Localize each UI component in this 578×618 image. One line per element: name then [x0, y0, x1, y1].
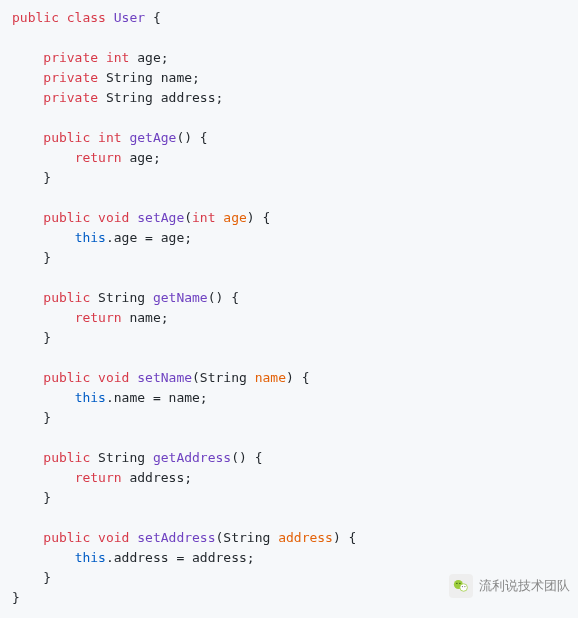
token-type: int	[98, 130, 121, 145]
token-cls: User	[114, 10, 145, 25]
token-plain: ) {	[333, 530, 356, 545]
token-plain: String address;	[98, 90, 223, 105]
token-plain	[12, 450, 43, 465]
token-plain: }	[12, 170, 51, 185]
token-plain: .age = age;	[106, 230, 192, 245]
token-plain: }	[12, 590, 20, 605]
token-plain: }	[12, 250, 51, 265]
token-param: name	[255, 370, 286, 385]
token-plain	[12, 390, 75, 405]
svg-point-5	[464, 586, 465, 587]
token-plain: }	[12, 490, 51, 505]
token-type: int	[192, 210, 215, 225]
token-plain	[12, 290, 43, 305]
token-param: age	[223, 210, 246, 225]
token-kw: public	[43, 130, 90, 145]
token-kw: return	[75, 150, 122, 165]
token-plain: age;	[122, 150, 161, 165]
token-plain: age;	[129, 50, 168, 65]
token-kw: public	[43, 290, 90, 305]
token-plain	[12, 370, 43, 385]
token-plain: () {	[231, 450, 262, 465]
token-plain	[59, 10, 67, 25]
watermark-label: 流利说技术团队	[479, 576, 570, 596]
token-plain	[12, 150, 75, 165]
token-plain: }	[12, 330, 51, 345]
watermark: 流利说技术团队	[449, 574, 570, 598]
token-kw: private	[43, 50, 98, 65]
token-type: void	[98, 530, 129, 545]
token-plain	[98, 50, 106, 65]
token-plain	[90, 370, 98, 385]
token-type: void	[98, 210, 129, 225]
token-plain: String	[90, 450, 153, 465]
token-fn: setAddress	[137, 530, 215, 545]
token-plain	[12, 70, 43, 85]
token-plain	[12, 470, 75, 485]
token-plain: .address = address;	[106, 550, 255, 565]
token-kw: private	[43, 70, 98, 85]
token-fn: getAge	[129, 130, 176, 145]
token-plain	[12, 550, 75, 565]
token-plain	[106, 10, 114, 25]
token-kw: public	[43, 210, 90, 225]
token-plain: (	[184, 210, 192, 225]
token-this: this	[75, 230, 106, 245]
token-kw: public	[43, 370, 90, 385]
token-plain: (String	[216, 530, 279, 545]
token-param: address	[278, 530, 333, 545]
token-kw: public	[12, 10, 59, 25]
token-plain	[12, 230, 75, 245]
token-plain: () {	[208, 290, 239, 305]
token-plain	[90, 530, 98, 545]
token-plain	[12, 530, 43, 545]
token-plain	[12, 90, 43, 105]
token-fn: setAge	[137, 210, 184, 225]
token-plain: ) {	[286, 370, 309, 385]
token-type: int	[106, 50, 129, 65]
token-plain: }	[12, 570, 51, 585]
token-type: void	[98, 370, 129, 385]
token-this: this	[75, 390, 106, 405]
token-kw: private	[43, 90, 98, 105]
token-plain: {	[145, 10, 161, 25]
token-this: this	[75, 550, 106, 565]
token-plain: .name = name;	[106, 390, 208, 405]
token-kw: return	[75, 470, 122, 485]
token-plain	[12, 210, 43, 225]
token-plain: name;	[122, 310, 169, 325]
token-kw: class	[67, 10, 106, 25]
token-kw: public	[43, 450, 90, 465]
token-plain	[90, 130, 98, 145]
token-plain: ) {	[247, 210, 270, 225]
token-kw: public	[43, 530, 90, 545]
token-plain: String	[90, 290, 153, 305]
token-kw: return	[75, 310, 122, 325]
svg-point-4	[462, 586, 463, 587]
svg-point-2	[456, 583, 457, 584]
token-plain: () {	[176, 130, 207, 145]
java-code-block: public class User { private int age; pri…	[0, 0, 578, 616]
token-plain: address;	[122, 470, 192, 485]
token-plain	[12, 50, 43, 65]
token-plain: (String	[192, 370, 255, 385]
token-plain: }	[12, 410, 51, 425]
token-plain: String name;	[98, 70, 200, 85]
token-fn: setName	[137, 370, 192, 385]
token-fn: getAddress	[153, 450, 231, 465]
token-fn: getName	[153, 290, 208, 305]
svg-point-3	[459, 583, 460, 584]
svg-point-1	[460, 584, 468, 592]
token-plain	[90, 210, 98, 225]
token-plain	[12, 310, 75, 325]
wechat-icon	[449, 574, 473, 598]
token-plain	[12, 130, 43, 145]
